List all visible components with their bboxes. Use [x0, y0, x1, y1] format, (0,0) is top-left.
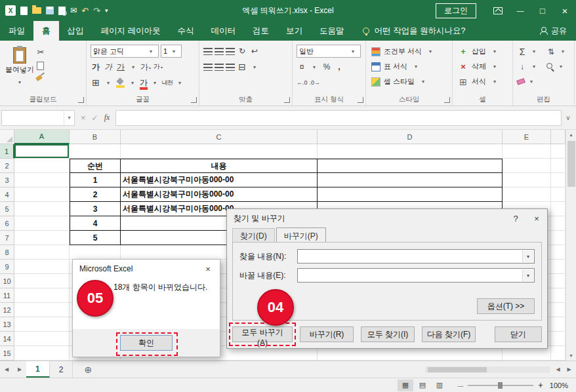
cell-B1[interactable] [70, 144, 121, 159]
sheet-tab-1[interactable]: 1 [26, 361, 50, 378]
zoom-slider-thumb[interactable] [498, 382, 503, 389]
cell-A14[interactable] [14, 332, 70, 346]
scroll-right-icon[interactable] [564, 366, 575, 372]
font-color-icon[interactable]: 가 [140, 77, 148, 88]
font-size-select[interactable]: 11 [161, 45, 182, 58]
sheet-tab-2[interactable]: 2 [50, 361, 73, 378]
row-header-10[interactable]: 10 [0, 274, 14, 288]
message-box-close-icon[interactable]: × [196, 260, 220, 278]
close-dialog-button[interactable]: 닫기 [495, 326, 542, 342]
column-header-C[interactable]: C [121, 130, 318, 144]
confirm-entry-icon[interactable] [92, 113, 98, 123]
minimize-button[interactable] [509, 0, 531, 21]
tab-review[interactable]: 검토 [244, 21, 278, 41]
cell-x1[interactable] [551, 144, 566, 159]
scroll-up-icon[interactable] [566, 130, 576, 140]
number-format-select[interactable]: 일반 [297, 45, 361, 58]
cell-A10[interactable] [14, 274, 70, 288]
expand-formula-bar-icon[interactable] [562, 114, 575, 121]
cell-x11[interactable] [551, 288, 566, 303]
autosum-button[interactable] [517, 44, 546, 59]
row-header-7[interactable]: 7 [0, 231, 14, 245]
cell-A5[interactable] [14, 202, 70, 216]
fill-color-dropdown-icon[interactable] [127, 77, 138, 88]
login-button[interactable]: 로그인 [436, 3, 476, 18]
paste-button[interactable]: 붙여넣기 [4, 43, 35, 92]
cell-x3[interactable] [551, 173, 566, 187]
align-left-icon[interactable] [203, 64, 213, 71]
page-layout-view-icon[interactable] [415, 380, 430, 391]
percent-style-icon[interactable] [321, 61, 332, 73]
find-next-button[interactable]: 다음 찾기(F) [422, 326, 476, 342]
horizontal-scroll-track[interactable] [425, 366, 550, 373]
options-button[interactable]: 옵션(T) >> [477, 298, 535, 314]
cell-A1[interactable] [14, 144, 70, 159]
phonetic-dropdown-icon[interactable] [175, 77, 185, 88]
cell-A8[interactable] [14, 245, 70, 260]
column-header-D[interactable]: D [318, 130, 503, 144]
cell-E3[interactable] [503, 173, 551, 187]
ribbon-display-options-icon[interactable] [487, 0, 509, 21]
increase-decimal-icon[interactable] [297, 77, 308, 88]
number-dialog-launcher-icon[interactable] [358, 97, 363, 103]
tab-view[interactable]: 보기 [278, 21, 311, 41]
cell-D3[interactable] [318, 173, 503, 187]
format-cells-button[interactable]: ⊞ 서식 [457, 74, 510, 89]
tab-help[interactable]: 도움말 [311, 21, 353, 41]
font-dialog-launcher-icon[interactable] [191, 97, 197, 103]
conditional-formatting-button[interactable]: 조건부 서식 [370, 44, 449, 59]
horizontal-scrollbar[interactable] [425, 361, 576, 378]
cell-x5[interactable] [551, 202, 566, 216]
bold-icon[interactable] [91, 61, 101, 73]
cell-B7[interactable]: 5 [70, 231, 121, 245]
zoom-level[interactable]: 100% [546, 382, 576, 389]
cell-B6[interactable]: 4 [70, 216, 121, 231]
insert-function-icon[interactable] [104, 113, 110, 123]
qat-customize-icon[interactable] [105, 5, 108, 16]
cell-E1[interactable] [503, 144, 551, 159]
orientation-icon[interactable] [237, 45, 247, 57]
cell-styles-button[interactable]: 셀 스타일 [370, 74, 449, 89]
row-header-3[interactable]: 3 [0, 173, 14, 187]
row-header-14[interactable]: 14 [0, 332, 14, 346]
cell-x14[interactable] [551, 332, 566, 346]
save-icon[interactable] [46, 7, 54, 14]
cell-B4[interactable]: 2 [70, 187, 121, 202]
underline-dropdown-icon[interactable] [128, 61, 138, 73]
select-all-corner[interactable] [0, 130, 14, 144]
scroll-down-icon[interactable] [566, 351, 576, 361]
cell-x13[interactable] [551, 317, 566, 332]
redo-icon[interactable] [93, 5, 100, 16]
row-header-5[interactable]: 5 [0, 202, 14, 216]
column-header-E[interactable]: E [503, 130, 551, 144]
row-header-11[interactable]: 11 [0, 288, 14, 303]
sheet-nav-right-icon[interactable] [13, 361, 26, 378]
close-button[interactable] [554, 0, 576, 21]
align-middle-icon[interactable] [215, 48, 224, 55]
new-file-icon[interactable] [20, 7, 28, 15]
cell-D1[interactable] [318, 144, 503, 159]
cell-x15[interactable] [551, 346, 566, 361]
borders-dropdown-icon[interactable] [103, 77, 113, 88]
scroll-left-icon[interactable] [552, 366, 564, 372]
formula-input[interactable] [115, 110, 562, 126]
normal-view-icon[interactable] [398, 380, 413, 391]
tab-find[interactable]: 찾기(D) [232, 228, 275, 243]
row-header-12[interactable]: 12 [0, 303, 14, 317]
cell-C3[interactable]: 서울특별시강북구미아동000-00 [121, 173, 318, 187]
tab-home[interactable]: 홈 [33, 21, 59, 41]
phonetic-guide-button[interactable]: 내천 [162, 79, 173, 87]
wrap-text-icon[interactable] [249, 45, 260, 57]
alignment-dialog-launcher-icon[interactable] [284, 97, 290, 103]
align-right-icon[interactable] [226, 64, 235, 71]
cancel-entry-icon[interactable] [81, 113, 86, 123]
print-preview-icon[interactable] [58, 7, 66, 15]
combo-dropdown-icon[interactable] [522, 269, 533, 281]
row-header-15[interactable]: 15 [0, 346, 14, 361]
cell-B8[interactable] [70, 245, 121, 260]
horizontal-scroll-thumb[interactable] [428, 367, 487, 372]
cell-A9[interactable] [14, 260, 70, 274]
cell-B2[interactable]: 순번 [70, 159, 121, 173]
align-center-icon[interactable] [215, 64, 224, 71]
row-header-9[interactable]: 9 [0, 260, 14, 274]
